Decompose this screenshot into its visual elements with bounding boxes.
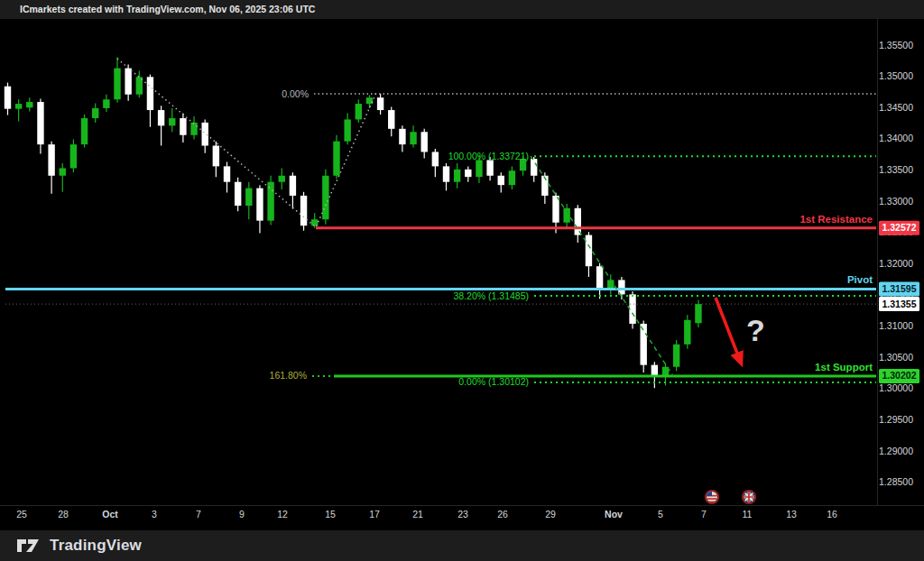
question-mark-annotation[interactable]: ?	[746, 313, 765, 347]
candle	[575, 208, 581, 235]
candle	[333, 142, 339, 176]
price-axis-label: 1.35000	[879, 70, 913, 81]
level-label-fib-green-382: 38.20% (1.31485)	[454, 290, 529, 301]
level-label-fib-green-0: 0.00% (1.30102)	[458, 376, 529, 387]
candle	[300, 196, 307, 225]
price-badge-text-first-support: 1.30202	[882, 370, 917, 381]
candle	[454, 170, 460, 182]
candle	[290, 176, 296, 196]
time-axis-label: 7	[196, 509, 201, 520]
candle	[366, 97, 373, 104]
candle	[684, 320, 690, 345]
time-axis-label: 16	[827, 509, 837, 520]
price-axis-label: 1.32000	[879, 258, 913, 269]
candle	[158, 110, 164, 125]
time-axis-label: Oct	[102, 509, 118, 520]
candle	[388, 110, 394, 129]
price-badge-text-pivot: 1.31595	[882, 283, 917, 294]
candle	[5, 87, 11, 109]
impulse-trendline[interactable]	[531, 156, 673, 376]
time-axis-label: 17	[369, 509, 380, 520]
tradingview-chart-page: { "header": { "title": "ICmarkets create…	[0, 0, 924, 561]
candle	[114, 69, 120, 100]
candle	[15, 104, 22, 109]
candle	[125, 69, 131, 95]
candle	[586, 235, 592, 267]
candle	[103, 99, 109, 108]
time-axis-label: 23	[457, 509, 468, 520]
price-axis-label: 1.30500	[879, 352, 913, 363]
time-axis-label: Nov	[605, 509, 623, 520]
candle	[311, 219, 318, 225]
tradingview-logo-icon[interactable]	[16, 538, 42, 554]
time-axis-label: 9	[239, 509, 245, 520]
candle	[596, 266, 603, 290]
candle	[190, 123, 197, 135]
candle	[344, 119, 350, 141]
chart-header-bar: ICmarkets created with TradingView.com, …	[0, 0, 924, 19]
candle	[235, 182, 241, 206]
candle	[147, 77, 153, 110]
down-arrow-drawing[interactable]	[716, 298, 741, 363]
price-chart-canvas[interactable]: 0.00%100.00% (1.33721)1st ResistancePivo…	[0, 19, 924, 530]
time-axis-label: 15	[325, 509, 336, 520]
candle	[60, 168, 66, 175]
candle	[356, 104, 362, 119]
candle	[563, 208, 569, 223]
candle	[224, 166, 230, 181]
us-flag-icon[interactable]	[706, 491, 718, 503]
level-label-fib-green-100: 100.00% (1.33721)	[448, 151, 529, 161]
gb-flag-icon[interactable]	[743, 491, 755, 503]
tradingview-brand-text[interactable]: TradingView	[50, 537, 142, 555]
price-axis-label: 1.33000	[879, 196, 913, 207]
level-label-first-support: 161.80%	[270, 370, 307, 381]
footer-bar: TradingView	[0, 530, 924, 561]
price-badge-text-first-resistance: 1.32572	[882, 222, 917, 233]
price-axis-label: 1.29500	[879, 414, 913, 425]
candle	[70, 144, 77, 168]
time-axis-label: 12	[277, 509, 288, 520]
time-axis[interactable]: 2528Oct37912151721232629Nov57111316	[16, 509, 837, 520]
price-axis-label: 1.31000	[879, 320, 913, 331]
level-name-pivot: Pivot	[847, 274, 873, 285]
time-axis-label: 5	[658, 509, 663, 520]
candle	[695, 304, 701, 323]
candle	[26, 102, 32, 107]
candle	[180, 118, 186, 135]
price-axis-label: 1.34000	[879, 133, 913, 143]
candle	[377, 97, 383, 110]
candle	[509, 170, 515, 185]
price-axis-label: 1.33500	[879, 164, 913, 175]
time-axis-label: 26	[497, 509, 508, 520]
price-axis[interactable]: 1.355001.350001.345001.340001.335001.330…	[879, 40, 913, 488]
price-badge-text-last-price-line: 1.31355	[882, 299, 917, 309]
candle	[399, 129, 405, 144]
candlestick-series	[5, 57, 702, 388]
candle	[476, 160, 482, 177]
candle	[465, 170, 471, 177]
candle	[256, 189, 263, 221]
candle	[213, 146, 219, 167]
price-axis-label: 1.29000	[879, 446, 913, 456]
candle	[48, 144, 54, 176]
candle	[498, 176, 504, 185]
price-axis-label: 1.34500	[879, 102, 913, 113]
candle	[81, 118, 88, 144]
candle	[486, 160, 493, 175]
candle	[279, 176, 285, 182]
level-name-first-support: 1st Support	[815, 362, 873, 372]
level-label-fib-gray-0: 0.00%	[282, 88, 309, 99]
candle	[673, 345, 679, 367]
candle	[410, 132, 416, 144]
time-axis-label: 13	[786, 509, 797, 520]
candle	[322, 176, 328, 219]
candle	[245, 189, 252, 206]
time-axis-label: 29	[545, 509, 556, 520]
time-axis-label: 3	[152, 509, 157, 520]
time-axis-label: 28	[58, 509, 69, 520]
price-axis-label: 1.28500	[879, 476, 913, 487]
time-axis-label: 7	[701, 509, 707, 520]
time-axis-label: 11	[743, 509, 753, 520]
time-axis-label: 25	[16, 509, 27, 520]
candle	[92, 108, 98, 118]
